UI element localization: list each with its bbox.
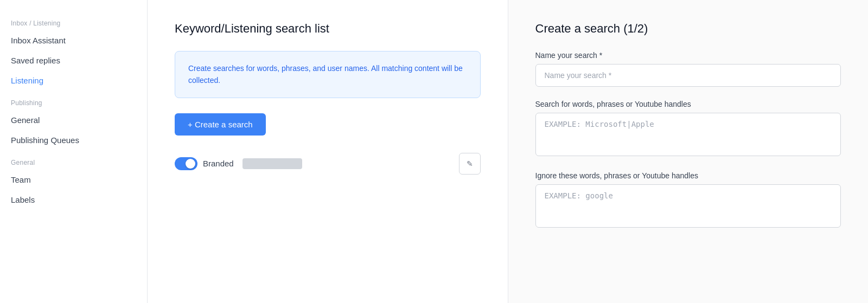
toggle-track (175, 157, 197, 170)
sidebar-section-general: General Team Labels (0, 150, 147, 210)
sidebar-item-publishing-queues[interactable]: Publishing Queues (0, 130, 147, 150)
sidebar-item-labels[interactable]: Labels (0, 190, 147, 210)
ignore-words-input[interactable] (535, 184, 841, 228)
form-group-ignore-words: Ignore these words, phrases or Youtube h… (535, 171, 841, 230)
left-panel: Keyword/Listening search list Create sea… (148, 0, 508, 303)
pencil-icon: ✎ (467, 159, 473, 168)
branded-label: Branded (203, 159, 234, 168)
toggle-thumb (186, 159, 195, 169)
sidebar-section-publishing: Publishing General Publishing Queues (0, 91, 147, 150)
main-area: Keyword/Listening search list Create sea… (148, 0, 868, 303)
sidebar-item-general[interactable]: General (0, 110, 147, 130)
sidebar-item-inbox-assistant[interactable]: Inbox Assistant (0, 30, 147, 50)
right-panel: Create a search (1/2) Name your search *… (508, 0, 869, 303)
form-label-search-words: Search for words, phrases or Youtube han… (535, 100, 841, 108)
name-search-input[interactable] (535, 64, 841, 87)
panel-title: Keyword/Listening search list (175, 22, 481, 36)
sidebar-section-label-inbox: Inbox / Listening (0, 11, 147, 30)
form-label-name: Name your search * (535, 51, 841, 60)
form-group-search-words: Search for words, phrases or Youtube han… (535, 100, 841, 158)
search-item-row: Branded ✎ (175, 153, 481, 175)
toggle-container: Branded (175, 157, 234, 170)
form-group-name: Name your search * (535, 51, 841, 87)
search-words-input[interactable] (535, 113, 841, 156)
info-box: Create searches for words, phrases, and … (175, 51, 481, 98)
sidebar: Inbox / Listening Inbox Assistant Saved … (0, 0, 148, 303)
sidebar-section-inbox-listening: Inbox / Listening Inbox Assistant Saved … (0, 11, 147, 91)
branded-name-redacted (242, 158, 302, 169)
form-title: Create a search (1/2) (535, 22, 841, 36)
branded-toggle[interactable] (175, 157, 197, 170)
info-box-text: Create searches for words, phrases, and … (188, 62, 467, 87)
sidebar-section-label-general: General (0, 150, 147, 170)
sidebar-item-saved-replies[interactable]: Saved replies (0, 50, 147, 70)
sidebar-section-label-publishing: Publishing (0, 91, 147, 110)
create-search-button[interactable]: + Create a search (175, 113, 266, 136)
sidebar-item-listening[interactable]: Listening (0, 70, 147, 91)
sidebar-item-team[interactable]: Team (0, 170, 147, 190)
form-label-ignore-words: Ignore these words, phrases or Youtube h… (535, 171, 841, 180)
edit-search-button[interactable]: ✎ (459, 153, 481, 175)
